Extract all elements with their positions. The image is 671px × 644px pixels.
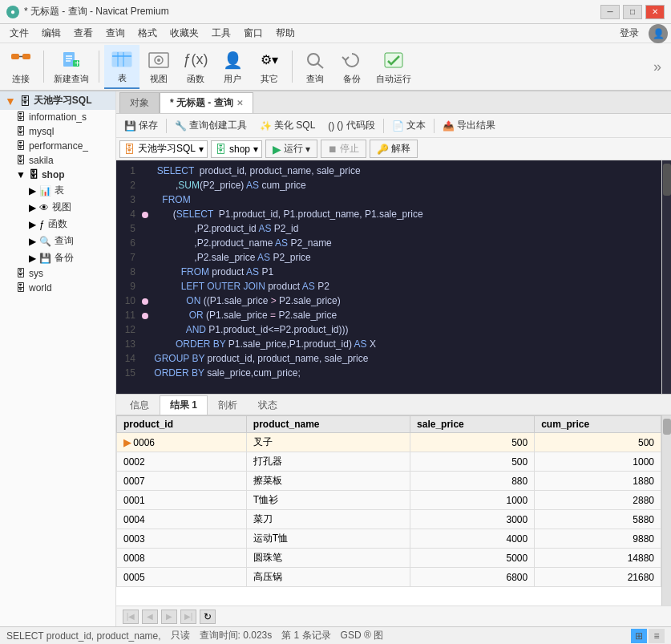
- menu-help[interactable]: 帮助: [269, 25, 301, 42]
- view-group-icon: 👁: [39, 202, 49, 213]
- maximize-button[interactable]: □: [623, 5, 642, 19]
- col-product-id: product_id: [117, 416, 247, 433]
- sidebar-item-shop[interactable]: ▼ 🗄 shop: [13, 168, 115, 182]
- toolbar-user[interactable]: 👤 用户: [215, 46, 250, 88]
- nav-prev-button[interactable]: ◀: [142, 610, 158, 624]
- toolbar-new-query[interactable]: + 新建查询: [49, 46, 94, 88]
- nav-next-button[interactable]: ▶: [161, 610, 177, 624]
- menu-edit[interactable]: 编辑: [35, 25, 67, 42]
- sidebar-item-sakila[interactable]: 🗄 sakila: [13, 153, 115, 168]
- database-selector[interactable]: 🗄 shop ▾: [211, 140, 262, 158]
- sql-editor[interactable]: 1 SELECT product_id, product_name, sale_…: [116, 160, 661, 394]
- svg-rect-18: [385, 53, 402, 67]
- titlebar: ● * 无标题 - 查询 - Navicat Premium ─ □ ✕: [0, 0, 671, 24]
- tab-profile[interactable]: 剖析: [208, 395, 248, 415]
- table-row[interactable]: ▶ 0006 叉子 500 500: [117, 433, 661, 452]
- minimize-button[interactable]: ─: [600, 5, 620, 19]
- login-button[interactable]: 登录: [613, 25, 645, 42]
- toolbar-auto-run-label: 自动运行: [376, 73, 411, 85]
- toolbar-function[interactable]: ƒ(x) 函数: [178, 46, 213, 88]
- tab-close-icon[interactable]: ✕: [236, 99, 243, 107]
- tab-query[interactable]: * 无标题 - 查询 ✕: [160, 92, 253, 113]
- toolbar-view[interactable]: 视图: [141, 46, 176, 88]
- toolbar-table[interactable]: 表: [104, 45, 139, 89]
- sidebar-item-queries[interactable]: ▶ 🔍 查询: [26, 233, 115, 249]
- toolbar-backup[interactable]: 备份: [334, 46, 370, 88]
- user-avatar[interactable]: 👤: [649, 24, 668, 43]
- beautify-icon: ✨: [260, 120, 272, 132]
- sidebar-item-views[interactable]: ▶ 👁 视图: [26, 199, 115, 216]
- run-button[interactable]: ▶ 运行 ▾: [265, 140, 317, 158]
- grid-view-icon[interactable]: ⊞: [631, 629, 647, 643]
- table-row[interactable]: 0003 运动T恤 4000 9880: [117, 529, 661, 549]
- tab-info[interactable]: 信息: [119, 395, 160, 415]
- sidebar-item-sys[interactable]: 🗄 sys: [13, 266, 115, 281]
- toolbar-connect-label: 连接: [12, 73, 30, 85]
- cell-sale-price: 5000: [410, 549, 535, 568]
- table-row[interactable]: 0005 高压锅 6800 21680: [117, 568, 661, 587]
- menu-view[interactable]: 查看: [67, 25, 99, 42]
- sidebar-item-mysql[interactable]: 🗄 mysql: [13, 124, 115, 139]
- sidebar-item-tables[interactable]: ▶ 📊 表: [26, 182, 115, 199]
- result-table: product_id product_name sale_price cum_p…: [116, 415, 661, 587]
- result-scrollbar[interactable]: [661, 415, 671, 606]
- cell-product-name: 叉子: [246, 433, 410, 452]
- sidebar-item-backup[interactable]: ▶ 💾 备份: [26, 249, 115, 266]
- result-scrollbar-thumb[interactable]: [663, 419, 671, 435]
- code-snippet-button[interactable]: () () 代码段: [323, 117, 379, 134]
- cell-product-id: 0001: [117, 491, 247, 510]
- save-button[interactable]: 💾 保存: [119, 117, 163, 134]
- nav-first-button[interactable]: |◀: [123, 610, 139, 624]
- table-group-icon: 📊: [39, 185, 51, 196]
- table-row[interactable]: 0008 圆珠笔 5000 14880: [117, 549, 661, 568]
- menu-format[interactable]: 格式: [131, 25, 164, 42]
- toolbar-auto-run[interactable]: 自动运行: [371, 46, 416, 88]
- tab-result1[interactable]: 结果 1: [160, 395, 208, 415]
- menu-query[interactable]: 查询: [99, 25, 131, 42]
- cell-product-name: T恤衫: [246, 491, 410, 510]
- text-button[interactable]: 📄 文本: [387, 117, 430, 134]
- close-button[interactable]: ✕: [645, 5, 665, 19]
- sidebar-shop-children: ▶ 📊 表 ▶ 👁 视图 ▶ ƒ 函数 ▶ 🔍 查询: [13, 182, 115, 266]
- result-table-wrap: product_id product_name sale_price cum_p…: [116, 415, 661, 606]
- sidebar-item-performance[interactable]: 🗄 performance_: [13, 139, 115, 153]
- toolbar-connect[interactable]: 连接: [3, 46, 38, 88]
- table-row[interactable]: 0007 擦菜板 880 1880: [117, 472, 661, 491]
- editor-scrollbar[interactable]: [661, 160, 671, 394]
- list-view-icon[interactable]: ≡: [649, 629, 665, 643]
- sidebar-item-world[interactable]: 🗄 world: [13, 281, 115, 295]
- status-view-icons: ⊞ ≡: [631, 629, 665, 643]
- create-tool-label: 查询创建工具: [189, 119, 247, 132]
- window-controls: ─ □ ✕: [600, 5, 665, 19]
- beautify-label: 美化 SQL: [274, 119, 315, 132]
- table-row[interactable]: 0002 打孔器 500 1000: [117, 452, 661, 472]
- tab-object[interactable]: 对象: [119, 92, 160, 113]
- menu-tools[interactable]: 工具: [205, 25, 237, 42]
- cell-sale-price: 1000: [410, 491, 535, 510]
- explain-button[interactable]: 🔑 解释: [370, 140, 418, 158]
- svg-rect-3: [63, 52, 75, 67]
- sql-line-5: 5 ,P2.product_id AS P2_id: [116, 221, 661, 236]
- create-tool-button[interactable]: 🔧 查询创建工具: [170, 117, 252, 134]
- stop-button[interactable]: ⏹ 停止: [321, 140, 366, 158]
- main-toolbar: 连接 + 新建查询 表 视图 ƒ(x) 函数 👤 用户 ⚙▾ 其它 查询: [0, 43, 671, 91]
- cell-cum-price: 5880: [535, 510, 661, 529]
- toolbar-expand-icon[interactable]: »: [647, 59, 668, 75]
- tab-status[interactable]: 状态: [248, 395, 288, 415]
- table-row[interactable]: 0001 T恤衫 1000 2880: [117, 491, 661, 510]
- menu-favorites[interactable]: 收藏夹: [164, 25, 205, 42]
- beautify-button[interactable]: ✨ 美化 SQL: [255, 117, 320, 134]
- scrollbar-thumb[interactable]: [663, 164, 671, 196]
- nav-last-button[interactable]: ▶|: [180, 610, 196, 624]
- table-row[interactable]: 0004 菜刀 3000 5880: [117, 510, 661, 529]
- sidebar-item-information[interactable]: 🗄 information_s: [13, 110, 115, 124]
- toolbar-other[interactable]: ⚙▾ 其它: [252, 46, 287, 88]
- export-button[interactable]: 📤 导出结果: [438, 117, 500, 134]
- menu-file[interactable]: 文件: [3, 25, 35, 42]
- refresh-button[interactable]: ↻: [200, 610, 216, 624]
- sidebar-connection-header[interactable]: ▼ 🗄 天池学习SQL: [0, 91, 115, 110]
- sidebar-item-functions[interactable]: ▶ ƒ 函数: [26, 216, 115, 233]
- connection-selector[interactable]: 🗄 天池学习SQL ▾: [119, 140, 208, 158]
- toolbar-query[interactable]: 查询: [297, 46, 333, 88]
- menu-window[interactable]: 窗口: [237, 25, 269, 42]
